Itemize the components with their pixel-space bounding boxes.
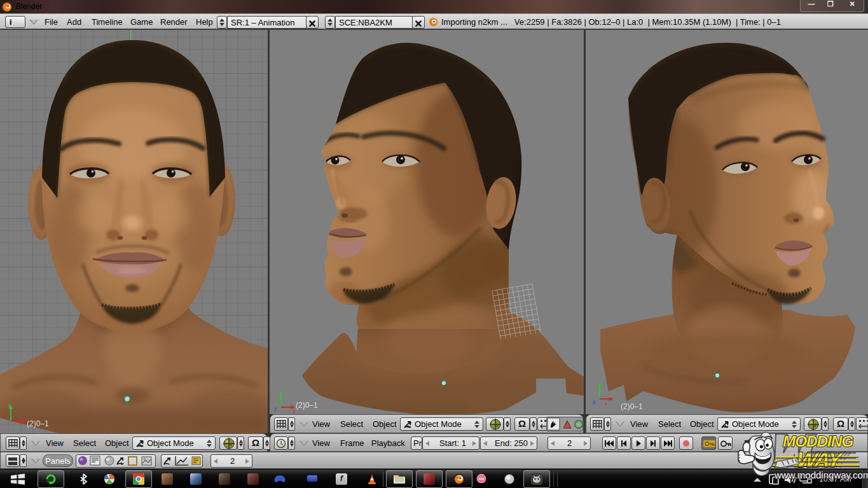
svg-text:z: z [274,406,277,412]
svg-text:WAY: WAY [795,447,845,471]
svg-text:z: z [593,399,596,405]
svg-text:www.moddingway.com: www.moddingway.com [774,470,868,480]
svg-text:x: x [605,401,607,407]
svg-text:RED: RED [479,477,485,480]
svg-text:y: y [8,402,11,408]
